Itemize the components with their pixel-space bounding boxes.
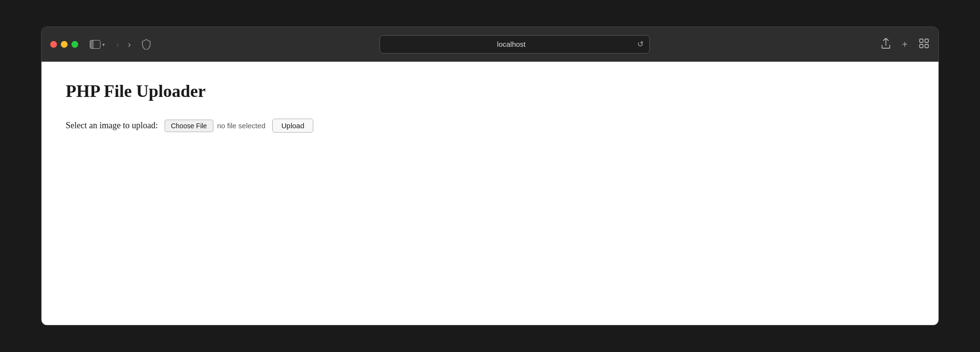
toolbar-right: +: [881, 37, 930, 51]
address-text: localhost: [386, 40, 637, 48]
share-button[interactable]: [881, 37, 891, 51]
address-bar-container: localhost ↺: [165, 35, 864, 54]
no-file-text: no file selected: [217, 122, 266, 130]
page-content: PHP File Uploader Select an image to upl…: [42, 62, 938, 325]
nav-buttons: ‹ ›: [114, 39, 133, 50]
tab-grid-button[interactable]: [918, 38, 930, 51]
reload-button[interactable]: ↺: [637, 41, 644, 48]
upload-label: Select an image to upload:: [66, 121, 158, 131]
title-bar: ▾ ‹ › localhost ↺ +: [42, 27, 938, 62]
file-input-wrapper: Choose File no file selected: [165, 120, 266, 132]
close-button[interactable]: [50, 41, 57, 48]
sidebar-icon: [90, 40, 100, 49]
svg-rect-3: [925, 44, 928, 48]
browser-window: ▾ ‹ › localhost ↺ +: [41, 27, 939, 325]
maximize-button[interactable]: [71, 41, 78, 48]
traffic-lights: [50, 41, 78, 48]
choose-file-button[interactable]: Choose File: [165, 120, 213, 132]
sidebar-toggle[interactable]: ▾: [90, 40, 105, 49]
svg-rect-2: [920, 44, 923, 48]
upload-form: Select an image to upload: Choose File n…: [66, 119, 914, 133]
forward-button[interactable]: ›: [126, 39, 133, 50]
upload-button[interactable]: Upload: [272, 119, 314, 133]
page-title: PHP File Uploader: [66, 81, 914, 101]
svg-rect-1: [925, 39, 928, 42]
chevron-down-icon: ▾: [102, 42, 105, 47]
address-bar[interactable]: localhost ↺: [379, 35, 650, 54]
shield-icon: [140, 38, 153, 51]
back-button[interactable]: ‹: [114, 39, 121, 50]
new-tab-button[interactable]: +: [901, 39, 909, 50]
svg-rect-0: [920, 39, 923, 42]
minimize-button[interactable]: [61, 41, 68, 48]
